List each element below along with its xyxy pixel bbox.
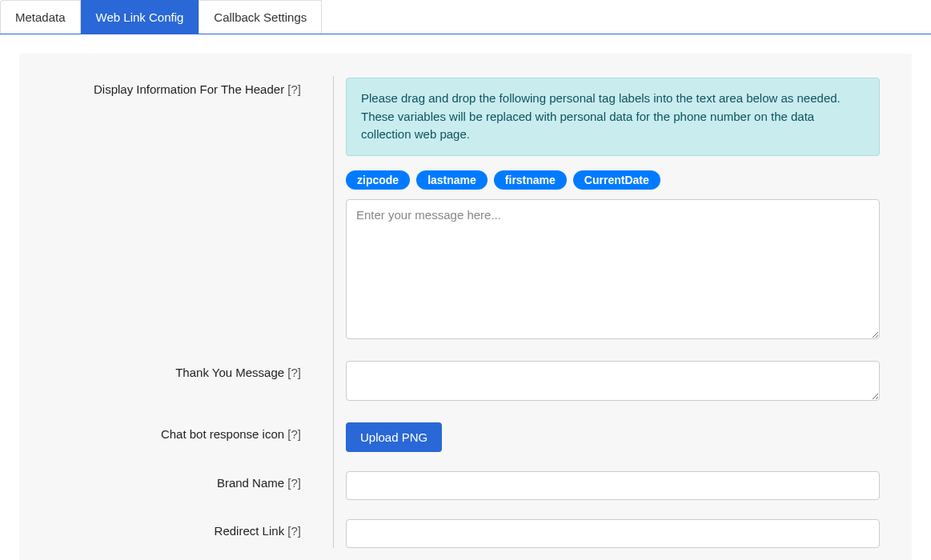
upload-png-button[interactable]: Upload PNG (346, 422, 442, 452)
tab-metadata[interactable]: Metadata (0, 0, 81, 34)
form-panel: Display Information For The Header [?] P… (19, 54, 912, 560)
tab-web-link-config[interactable]: Web Link Config (81, 0, 199, 34)
thank-you-textarea[interactable] (346, 361, 880, 401)
help-icon[interactable]: [?] (284, 82, 301, 96)
redirect-link-input[interactable] (346, 519, 880, 548)
label-brand-name: Brand Name [?] (51, 471, 323, 500)
label-chat-bot-icon: Chat bot response icon [?] (51, 422, 323, 452)
help-icon[interactable]: [?] (284, 524, 301, 538)
vertical-divider (333, 76, 334, 548)
tag-lastname[interactable]: lastname (416, 170, 488, 190)
brand-name-input[interactable] (346, 471, 880, 500)
tag-row: zipcode lastname firstname CurrentDate (346, 170, 880, 190)
tag-zipcode[interactable]: zipcode (346, 170, 410, 190)
tag-firstname[interactable]: firstname (494, 170, 567, 190)
help-icon[interactable]: [?] (284, 427, 301, 441)
tab-callback-settings[interactable]: Callback Settings (199, 0, 322, 34)
help-icon[interactable]: [?] (284, 366, 301, 379)
info-box: Please drag and drop the following perso… (346, 78, 880, 156)
header-message-textarea[interactable] (346, 199, 880, 339)
label-thank-you: Thank You Message [?] (51, 361, 323, 403)
tab-bar: Metadata Web Link Config Callback Settin… (0, 0, 931, 34)
label-redirect-link: Redirect Link [?] (51, 519, 323, 548)
help-icon[interactable]: [?] (284, 476, 301, 490)
tag-currentdate[interactable]: CurrentDate (573, 170, 660, 190)
label-display-header: Display Information For The Header [?] (51, 78, 323, 342)
